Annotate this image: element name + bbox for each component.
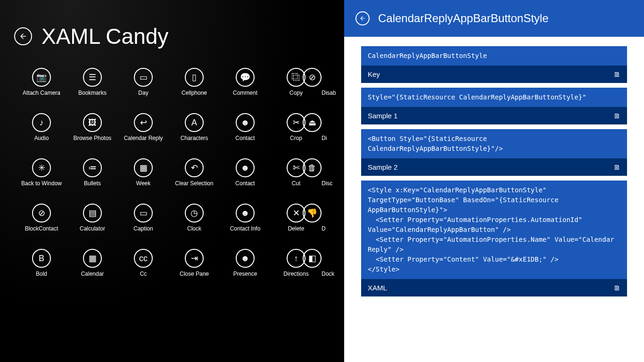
section-label: Sample 2 <box>368 163 397 171</box>
icon-grid: 📷Attach Camera☰Bookmarks▭Day▯Cellphone💬C… <box>14 68 330 277</box>
icon-label: Caption <box>133 225 153 232</box>
icon-item-calculator[interactable]: ▤Calculator <box>67 204 118 232</box>
detail-title: CalendarReplyAppBarButtonStyle <box>378 12 549 25</box>
icon-label: Day <box>138 90 148 96</box>
back-button[interactable] <box>14 27 32 45</box>
code-content: Style="{StaticResource CalendarReplyAppB… <box>361 88 627 107</box>
icon-item-caption[interactable]: ▭Caption <box>118 204 169 232</box>
icon-item-calendar-reply[interactable]: ↩Calendar Reply <box>118 113 169 141</box>
disableupdates-icon: ⊘ <box>303 68 322 87</box>
icon-label: Contact Info <box>230 225 261 232</box>
icon-item-characters[interactable]: ACharacters <box>169 113 220 141</box>
icon-label: Clock <box>187 225 201 232</box>
icon-item-close-pane[interactable]: ⇥Close Pane <box>169 249 220 277</box>
blockcontact-icon: ⊘ <box>32 204 51 222</box>
icon-item-clock[interactable]: ◷Clock <box>169 204 220 232</box>
icon-item-disableupdates[interactable]: ⊘Disabl <box>322 68 344 96</box>
icon-item-contact-info[interactable]: ☻Contact Info <box>220 204 271 232</box>
code-label-bar: Sample 1🗎 <box>361 107 627 124</box>
icon-item-week[interactable]: ▦Week <box>118 158 169 187</box>
back-to-window-icon: ✳ <box>32 158 51 177</box>
copy-icon[interactable]: 🗎 <box>613 284 620 292</box>
detail-panel: CalendarReplyAppBarButtonStyle CalendarR… <box>344 0 644 362</box>
close-pane-icon: ⇥ <box>185 249 204 268</box>
presence-icon: ☻ <box>236 249 255 268</box>
icon-label: Presence <box>233 271 257 277</box>
browse-photos-icon: 🖼 <box>83 113 102 132</box>
icon-item-comment[interactable]: 💬Comment <box>220 68 271 96</box>
icon-item-audio[interactable]: ♪Audio <box>16 113 67 141</box>
copy-icon[interactable]: 🗎 <box>613 112 620 120</box>
icon-label: Copy <box>289 90 303 96</box>
icon-item-dockleft[interactable]: ◧Dock <box>322 249 344 277</box>
characters-icon: A <box>185 113 204 132</box>
discard-icon: 🗑 <box>303 158 322 177</box>
icon-label: Dock <box>322 271 334 277</box>
icon-item-back-to-window[interactable]: ✳Back to Window <box>16 158 67 187</box>
icon-label: Directions <box>283 271 308 277</box>
contact-icon: ☻ <box>236 113 255 132</box>
icon-item-disconnect-drive[interactable]: ⏏Di <box>322 113 344 141</box>
icon-item-contact[interactable]: ☻Contact <box>220 113 271 141</box>
icon-label: Close Pane <box>180 271 209 277</box>
icon-item-cc[interactable]: ccCc <box>118 249 169 277</box>
icon-label: Cc <box>140 271 147 277</box>
icon-label: Week <box>136 180 150 187</box>
code-section: <Button Style="{StaticResource CalendarR… <box>361 129 627 176</box>
icon-label: Cut <box>292 180 301 187</box>
dockleft-icon: ◧ <box>303 249 322 268</box>
icon-item-day[interactable]: ▭Day <box>118 68 169 96</box>
disconnect-drive-icon: ⏏ <box>303 113 322 132</box>
dislike-icon: 👎 <box>303 204 322 222</box>
icon-item-blockcontact[interactable]: ⊘BlockContact <box>16 204 67 232</box>
icon-item-cellphone[interactable]: ▯Cellphone <box>169 68 220 96</box>
icon-label: Characters <box>181 135 208 141</box>
icon-item-bold[interactable]: BBold <box>16 249 67 277</box>
icon-label: Disc <box>322 180 332 187</box>
calculator-icon: ▤ <box>83 204 102 222</box>
icon-item-calendar[interactable]: ▦Calendar <box>67 249 118 277</box>
main-header: XAML Candy <box>14 24 330 49</box>
cellphone-icon: ▯ <box>185 68 204 87</box>
code-label-bar: XAML🗎 <box>361 279 627 296</box>
icon-item-contact[interactable]: ☻Contact <box>220 158 271 187</box>
icon-item-dislike[interactable]: 👎D <box>322 204 344 232</box>
icon-label: Disabl <box>322 90 336 96</box>
contact-icon: ☻ <box>236 158 255 177</box>
icon-label: Back to Window <box>21 180 62 187</box>
code-content: CalendarReplyAppBarButtonStyle <box>361 46 627 66</box>
icon-label: Bullets <box>84 180 101 187</box>
audio-icon: ♪ <box>32 113 51 132</box>
icon-item-presence[interactable]: ☻Presence <box>220 249 271 277</box>
bullets-icon: ≔ <box>83 158 102 177</box>
icon-label: Bookmarks <box>78 90 107 96</box>
icon-label: Contact <box>235 135 255 141</box>
section-label: Key <box>368 70 380 78</box>
code-content: <Button Style="{StaticResource CalendarR… <box>361 129 627 158</box>
back-arrow-icon <box>19 32 27 41</box>
icon-item-discard[interactable]: 🗑Disc <box>322 158 344 187</box>
calendar-reply-icon: ↩ <box>134 113 153 132</box>
icon-label: Delete <box>288 225 305 232</box>
icon-item-clear-selection[interactable]: ↶Clear Selection <box>169 158 220 187</box>
cc-icon: cc <box>134 249 153 268</box>
detail-back-button[interactable] <box>355 11 370 25</box>
icon-item-bullets[interactable]: ≔Bullets <box>67 158 118 187</box>
icon-item-bookmarks[interactable]: ☰Bookmarks <box>67 68 118 96</box>
main-panel: XAML Candy 📷Attach Camera☰Bookmarks▭Day▯… <box>0 0 344 362</box>
icon-item-attach-camera[interactable]: 📷Attach Camera <box>16 68 67 96</box>
icon-item-browse-photos[interactable]: 🖼Browse Photos <box>67 113 118 141</box>
app-title: XAML Candy <box>41 24 168 49</box>
code-label-bar: Sample 2🗎 <box>361 158 627 176</box>
icon-label: Contact <box>235 180 255 187</box>
copy-icon[interactable]: 🗎 <box>613 70 620 78</box>
section-label: XAML <box>368 284 387 292</box>
copy-icon[interactable]: 🗎 <box>613 163 620 171</box>
code-content: <Style x:Key="CalendarReplyAppBarButtonS… <box>361 181 627 279</box>
detail-body: CalendarReplyAppBarButtonStyleKey🗎Style=… <box>344 37 644 306</box>
icon-label: Clear Selection <box>175 180 213 187</box>
week-icon: ▦ <box>134 158 153 177</box>
clock-icon: ◷ <box>185 204 204 222</box>
clear-selection-icon: ↶ <box>185 158 204 177</box>
contact-info-icon: ☻ <box>236 204 255 222</box>
